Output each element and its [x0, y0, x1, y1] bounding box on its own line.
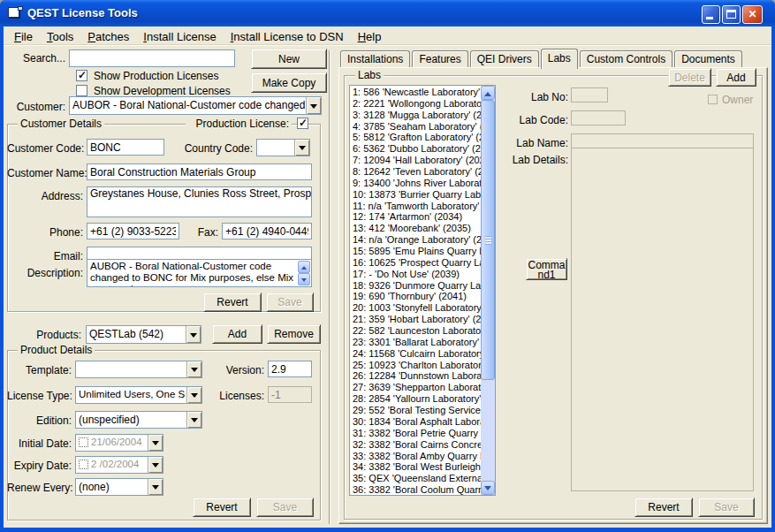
version-input[interactable]: [268, 361, 312, 377]
lab-list-item[interactable]: 9: 13400 'Johns River Laborator: [350, 178, 481, 189]
lab-list-item[interactable]: 6: 5362 'Dubbo Laboratory' (20: [350, 143, 481, 155]
lab-add-button[interactable]: Add: [716, 68, 756, 87]
lab-list-item[interactable]: 10: 13873 'Burrier Quarry Labora: [350, 189, 481, 201]
command1-button[interactable]: Command1: [526, 258, 567, 280]
maximize-button[interactable]: [722, 5, 741, 24]
lab-list-item[interactable]: 25: 10923 'Charlton Laboratory': [350, 360, 481, 371]
product-revert-button[interactable]: Revert: [193, 498, 251, 517]
license-type-combobox[interactable]: Unlimited Users, One Site: [75, 386, 202, 404]
lab-list-item[interactable]: 29: 552 'Boral Testing Services (: [350, 405, 481, 416]
template-combobox[interactable]: [75, 361, 202, 378]
customer-combobox[interactable]: AUBOR - Boral National-Customer code cha…: [69, 96, 322, 115]
lab-list-item[interactable]: 17: - 'Do Not Use' (2039): [350, 269, 481, 280]
labs-scrollbar[interactable]: [481, 86, 495, 495]
lab-list-item[interactable]: 19: 690 'Thornbury' (2041): [350, 291, 481, 302]
phone-input[interactable]: [87, 223, 179, 239]
menu-item[interactable]: Patches: [80, 29, 136, 44]
lab-list-item[interactable]: 15: 5895 'Emu Plains Quarry Lab: [350, 246, 481, 257]
search-input[interactable]: [69, 49, 235, 67]
expiry-date-picker[interactable]: 2 /02/2004: [75, 456, 163, 474]
dropdown-button[interactable]: [148, 457, 163, 473]
close-button[interactable]: ✕: [742, 5, 763, 24]
dropdown-button[interactable]: [186, 361, 201, 377]
dropdown-button[interactable]: [306, 97, 321, 114]
initial-date-picker[interactable]: 21/06/2004: [75, 434, 163, 452]
lab-list-item[interactable]: 36: 3382 'Boral Coolum Quarry L: [350, 484, 481, 496]
show-production-checkbox[interactable]: ✓: [76, 70, 87, 81]
show-production-label[interactable]: Show Production Licenses: [94, 70, 218, 82]
lab-list-item[interactable]: 35: QEX 'Queensland External L: [350, 473, 481, 484]
lab-list-item[interactable]: 16: 10625 'Prospect Quarry Lab: [350, 257, 481, 269]
title-bar[interactable]: QEST License Tools ✕: [0, 0, 775, 27]
menu-item[interactable]: Help: [351, 29, 389, 44]
expiry-date-checkbox[interactable]: [79, 460, 88, 469]
lab-list-item[interactable]: 33: 3382 'Boral Amby Quarry Lab: [350, 451, 481, 462]
show-development-checkbox[interactable]: [76, 85, 87, 96]
lab-list-item[interactable]: 28: 2854 'Yallourn Laboratory' (: [350, 393, 481, 405]
product-remove-button[interactable]: Remove: [267, 324, 321, 344]
customer-code-input[interactable]: [87, 139, 164, 156]
tab[interactable]: Installations: [340, 50, 410, 67]
show-development-label[interactable]: Show Development Licenses: [94, 85, 231, 97]
dropdown-button[interactable]: [148, 435, 163, 451]
scroll-down-button[interactable]: [298, 273, 310, 285]
lab-list-item[interactable]: 8: 12642 'Teven Laboratory' (2: [350, 166, 481, 178]
lab-list-item[interactable]: 21: 359 'Hobart Laboratory' (20: [350, 314, 481, 325]
lab-list-item[interactable]: 31: 3382 'Boral Petrie Quarry Lab: [350, 428, 481, 439]
lab-list-item[interactable]: 1: 586 'Newcastle Laboratory' (: [350, 87, 481, 98]
scroll-down-button[interactable]: [481, 481, 495, 495]
dropdown-button[interactable]: [186, 412, 201, 428]
products-combobox[interactable]: QESTLab (542): [86, 325, 201, 344]
tab[interactable]: Documents: [674, 50, 742, 67]
initial-date-checkbox[interactable]: [79, 437, 88, 447]
lab-list-item[interactable]: 34: 3382 'Boral West Burleigh Q: [350, 461, 481, 473]
minimize-button[interactable]: [702, 5, 720, 24]
lab-list-item[interactable]: 22: 582 'Launceston Laboratory': [350, 325, 481, 337]
tab[interactable]: Features: [412, 50, 467, 67]
customer-name-input[interactable]: [87, 163, 312, 180]
dropdown-button[interactable]: [294, 140, 309, 156]
lab-list-item[interactable]: 12: 174 'Artarmon' (2034): [350, 211, 481, 223]
country-code-combobox[interactable]: [256, 139, 310, 156]
lab-list-item[interactable]: 32: 3382 'Boral Cairns Concrete: [350, 439, 481, 451]
make-copy-button[interactable]: Make Copy: [251, 72, 327, 93]
lab-revert-button[interactable]: Revert: [634, 498, 693, 517]
product-add-button[interactable]: Add: [212, 324, 262, 344]
scrollbar-thumb[interactable]: [481, 100, 495, 380]
production-license-checkbox[interactable]: ✓: [297, 118, 308, 129]
lab-list-item[interactable]: 14: n/a 'Orange Laboratory' (20: [350, 234, 481, 246]
scroll-up-button[interactable]: [481, 86, 495, 100]
edition-combobox[interactable]: (unspecified): [75, 411, 202, 429]
lab-list-item[interactable]: 3: 3128 'Mugga Laboratory' (20: [350, 110, 481, 121]
address-input[interactable]: Greystanes House, Clunies Ross Street, P…: [87, 186, 312, 217]
menu-item[interactable]: Install License to DSN: [224, 29, 351, 44]
lab-list-item[interactable]: 18: 9326 'Dunmore Quarry Labo: [350, 280, 481, 292]
lab-list-item[interactable]: 13: 412 'Moorebank' (2035): [350, 223, 481, 234]
lab-list-item[interactable]: 7: 12094 'Hall Laboratory' (202: [350, 155, 481, 166]
menu-item[interactable]: File: [7, 29, 40, 44]
lab-list-item[interactable]: 23: 3301 'Ballarat Laboratory' (2: [350, 337, 481, 348]
tab[interactable]: Labs: [541, 49, 578, 69]
lab-list-item[interactable]: 5: 5812 'Grafton Laboratory' (20: [350, 132, 481, 143]
lab-list-item[interactable]: 20: 1003 'Stonyfell Laboratory': [350, 302, 481, 314]
tab[interactable]: QEI Drivers: [470, 50, 539, 67]
description-scrollbar[interactable]: [298, 261, 310, 285]
lab-list-item[interactable]: 24: 11568 'Culcairn Laboratory': [350, 348, 481, 360]
labs-listbox[interactable]: 1: 586 'Newcastle Laboratory' (2: 2221 '…: [349, 85, 496, 496]
lab-list-item[interactable]: 4: 3785 'Seaham Laboratory' (2: [350, 121, 481, 133]
dropdown-button[interactable]: [148, 479, 163, 495]
menu-item[interactable]: Install License: [136, 29, 223, 44]
tab[interactable]: Custom Controls: [580, 50, 672, 67]
scroll-up-button[interactable]: [298, 261, 310, 273]
new-button[interactable]: New: [251, 49, 327, 69]
lab-list-item[interactable]: 26: 12284 'Dunnstown Laborato: [350, 370, 481, 382]
lab-list-item[interactable]: 2: 2221 'Wollongong Laboratory: [350, 98, 481, 110]
dropdown-button[interactable]: [186, 387, 201, 403]
description-input[interactable]: AUBOR - Boral National-Customer code cha…: [87, 259, 312, 287]
customer-revert-button[interactable]: Revert: [203, 293, 262, 312]
lab-list-item[interactable]: 30: 1834 'Boral Asphalt Laborato: [350, 416, 481, 428]
lab-list-item[interactable]: 11: n/a 'Tamworth Laboratory': [350, 201, 481, 212]
dropdown-button[interactable]: [186, 326, 201, 343]
menu-item[interactable]: Tools: [40, 29, 80, 44]
renew-every-combobox[interactable]: (none): [75, 478, 163, 496]
